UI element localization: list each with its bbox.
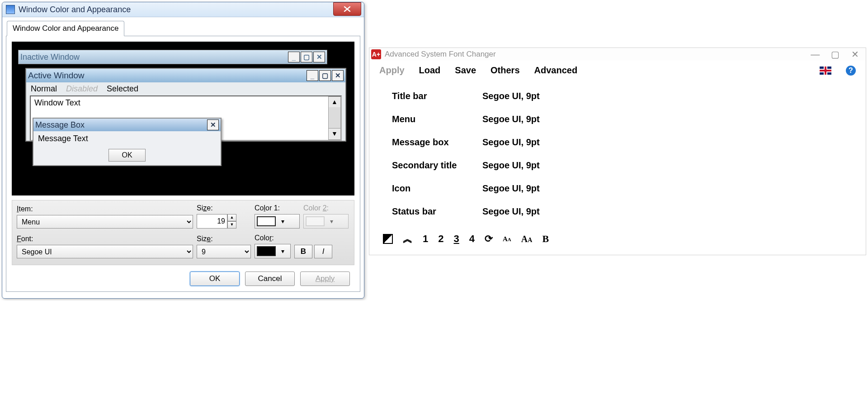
color2-dropdown: ▾	[303, 214, 349, 229]
color1-dropdown[interactable]: ▾	[255, 214, 300, 229]
font-changer-window: A+ Advanced System Font Changer — ▢ ✕ Ap…	[369, 48, 866, 255]
label-font: Font:	[17, 235, 193, 243]
menu-item-disabled: Disabled	[66, 84, 98, 94]
chevron-down-icon: ▾	[278, 248, 288, 255]
apply-button: Apply	[300, 272, 350, 286]
maximize-icon[interactable]: ▢	[319, 70, 331, 81]
size-spinner[interactable]: ▲ ▼	[197, 214, 251, 229]
close-icon[interactable]: ✕	[313, 52, 325, 62]
list-item: Status barSegoe UI, 9pt	[392, 200, 843, 223]
minimize-button[interactable]: —	[806, 49, 824, 60]
contrast-icon[interactable]	[383, 234, 393, 244]
font-settings-list: Title barSegoe UI, 9pt MenuSegoe UI, 9pt…	[369, 80, 866, 228]
tab-window-color[interactable]: Window Color and Appearance	[7, 21, 124, 36]
window-color-appearance-dialog: Window Color and Appearance Window Color…	[2, 2, 364, 299]
menu-save[interactable]: Save	[455, 65, 476, 76]
italic-button[interactable]: I	[314, 245, 332, 258]
msgbox-title: Message Box	[35, 120, 85, 130]
font-size-small-icon[interactable]: AA	[503, 235, 511, 243]
close-button[interactable]: ✕	[846, 49, 864, 60]
label-color1: Color 1:	[255, 204, 300, 212]
list-item: IconSegoe UI, 9pt	[392, 177, 843, 200]
maximize-icon[interactable]: ▢	[301, 52, 312, 62]
menu-advanced[interactable]: Advanced	[534, 65, 578, 76]
list-item: MenuSegoe UI, 9pt	[392, 108, 843, 131]
double-up-icon[interactable]: ︽	[403, 232, 413, 246]
controls-panel: Item: Menu Size: ▲ ▼	[12, 200, 354, 265]
help-icon[interactable]: ?	[846, 66, 856, 76]
preset-1-button[interactable]: 1	[423, 233, 428, 245]
list-item: Title barSegoe UI, 9pt	[392, 85, 843, 108]
msgbox-ok-button[interactable]: OK	[108, 149, 145, 162]
preview-area: Inactive Window _ ▢ ✕ Active Window _	[12, 42, 354, 195]
font-color-swatch	[257, 246, 276, 256]
tab-panel: Inactive Window _ ▢ ✕ Active Window _	[6, 36, 360, 292]
cancel-button[interactable]: Cancel	[245, 272, 295, 286]
label-item: Item:	[17, 205, 193, 213]
font-size-dropdown[interactable]: 9	[197, 245, 251, 258]
label-size: Size:	[197, 204, 251, 212]
flag-icon[interactable]	[820, 67, 831, 75]
close-button[interactable]	[333, 2, 361, 16]
preview-inactive-window[interactable]: Inactive Window _ ▢ ✕	[18, 50, 327, 64]
app-icon: A+	[371, 49, 381, 59]
menu-item-selected[interactable]: Selected	[107, 84, 138, 94]
preset-3-button[interactable]: 3	[454, 233, 459, 245]
refresh-icon[interactable]: ⟳	[485, 233, 493, 245]
menu-apply[interactable]: Apply	[379, 65, 405, 76]
minimize-icon[interactable]: _	[288, 52, 300, 62]
menu-bar: Apply Load Save Others Advanced ?	[369, 61, 866, 80]
preset-2-button[interactable]: 2	[438, 233, 443, 245]
inactive-window-title: Inactive Window	[20, 52, 80, 62]
close-icon[interactable]: ✕	[332, 70, 344, 81]
ok-button[interactable]: OK	[190, 272, 240, 286]
font-dropdown[interactable]: Segoe UI	[17, 245, 193, 258]
color2-swatch	[306, 216, 325, 226]
list-item: Secondary titleSegoe UI, 9pt	[392, 154, 843, 177]
label-color2: Color 2:	[303, 204, 349, 212]
color1-swatch	[257, 216, 276, 226]
close-icon[interactable]: ✕	[207, 119, 219, 130]
menu-load[interactable]: Load	[419, 65, 441, 76]
app-icon	[6, 5, 15, 14]
bold-button[interactable]: B	[294, 245, 312, 258]
font-size-large-icon[interactable]: AA	[521, 234, 533, 244]
titlebar[interactable]: Window Color and Appearance	[2, 2, 364, 17]
spin-down-icon[interactable]: ▼	[227, 221, 236, 229]
msgbox-text: Message Text	[33, 131, 221, 149]
close-icon	[343, 6, 351, 12]
chevron-down-icon: ▾	[326, 218, 336, 225]
active-window-title: Active Window	[28, 71, 85, 81]
scroll-down-button[interactable]: ▼	[328, 128, 341, 140]
window-title: Window Color and Appearance	[19, 5, 131, 14]
size-value[interactable]	[197, 214, 227, 229]
spin-up-icon[interactable]: ▲	[227, 214, 236, 221]
list-item: Message boxSegoe UI, 9pt	[392, 131, 843, 154]
item-dropdown[interactable]: Menu	[17, 215, 193, 229]
scroll-up-button[interactable]: ▲	[328, 96, 341, 108]
minimize-icon[interactable]: _	[307, 70, 318, 81]
preview-menu-row: Normal Disabled Selected	[26, 82, 345, 95]
chevron-down-icon: ▾	[278, 218, 288, 225]
label-style	[294, 235, 340, 243]
preset-4-button[interactable]: 4	[469, 233, 475, 245]
scroll-track[interactable]	[328, 107, 341, 129]
label-fsize: Size:	[197, 235, 251, 243]
maximize-button[interactable]: ▢	[826, 49, 844, 60]
label-fcolor: Color:	[255, 234, 291, 242]
font-color-dropdown[interactable]: ▾	[255, 244, 291, 258]
menu-others[interactable]: Others	[491, 65, 519, 76]
toolbar: ︽ 1 2 3 4 ⟳ AA AA B	[369, 228, 866, 255]
window-title: Advanced System Font Changer	[385, 50, 496, 59]
bold-button[interactable]: B	[542, 233, 549, 245]
titlebar[interactable]: A+ Advanced System Font Changer — ▢ ✕	[369, 48, 866, 61]
menu-item-normal[interactable]: Normal	[31, 84, 57, 94]
preview-message-box[interactable]: Message Box ✕ Message Text OK	[33, 118, 222, 166]
